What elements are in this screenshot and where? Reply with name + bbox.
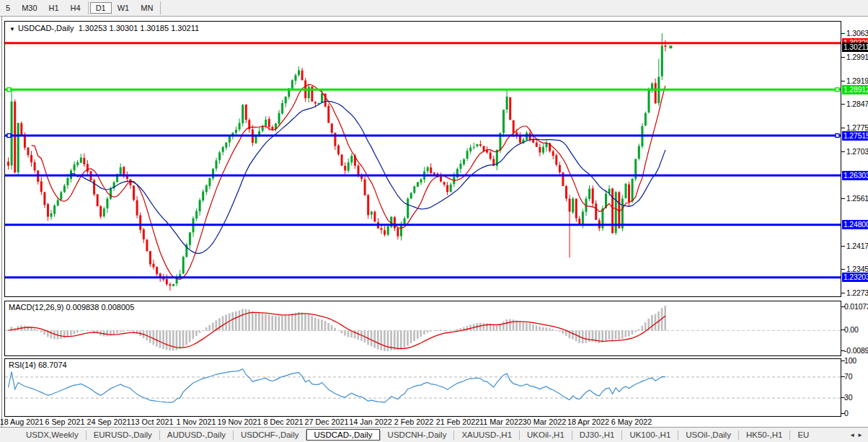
chart-tab-usoil-daily[interactable]: USOil-,Daily bbox=[678, 429, 738, 441]
last-price-marker-icon bbox=[669, 45, 672, 48]
macd-scale-label: -0.00896 bbox=[844, 346, 868, 355]
axis-highlight-label: 1.24800 bbox=[842, 220, 868, 229]
line-handle[interactable] bbox=[7, 134, 11, 138]
axis-tick bbox=[841, 361, 845, 361]
axis-highlight-label: 1.27515 bbox=[842, 131, 868, 141]
axis-tick bbox=[841, 198, 845, 199]
chart-tab-usdx-weekly[interactable]: USDX,Weekly bbox=[19, 429, 86, 441]
chart-symbol-label: USDCAD-,Daily bbox=[18, 24, 74, 32]
macd-label: MACD(12,26,9) 0.009838 0.008005 bbox=[9, 303, 134, 311]
axis-tick bbox=[841, 413, 845, 414]
rsi-scale-label: 30 bbox=[844, 393, 852, 402]
axis-tick bbox=[841, 269, 845, 270]
axis-tick bbox=[841, 81, 845, 81]
axis-highlight-label: 1.26303 bbox=[842, 171, 868, 180]
chart-tab-eurusd-daily[interactable]: EURUSD-,Daily bbox=[87, 429, 159, 441]
chart-tab-hk50-h1[interactable]: HK50-,H1 bbox=[739, 429, 790, 441]
axis-tick bbox=[841, 246, 845, 247]
timeframe-button-w1[interactable]: W1 bbox=[112, 2, 136, 14]
chart-tab-bar: USDX,WeeklyEURUSD-,DailyAUDUSD-,DailyUSD… bbox=[0, 427, 868, 442]
up-candle-bodies bbox=[11, 45, 663, 286]
timeframe-button-mn[interactable]: MN bbox=[135, 2, 159, 14]
date-axis-label: 21 Feb 2022 bbox=[436, 417, 480, 426]
axis-price-label: 1.29190 bbox=[846, 76, 868, 85]
up-candle-wicks bbox=[12, 33, 662, 286]
date-axis-label: 24 Sep 2021 bbox=[87, 417, 130, 426]
toolbar-separator bbox=[88, 1, 89, 14]
axis-highlight-label: 1.30211 bbox=[842, 43, 868, 52]
timeframe-button-d1[interactable]: D1 bbox=[90, 2, 112, 14]
chart-tab-usdcad-daily[interactable]: USDCAD-,Daily bbox=[306, 429, 379, 441]
timeframe-button-m30[interactable]: M30 bbox=[16, 2, 43, 14]
tab-scroll-controls: ◄► bbox=[849, 432, 868, 438]
timeframe-button-h1[interactable]: H1 bbox=[43, 2, 65, 14]
axis-tick bbox=[841, 57, 845, 58]
date-axis-label: 6 Sep 2021 bbox=[45, 417, 84, 426]
rsi-scale-label: 100 bbox=[844, 356, 856, 365]
date-axis-label: 1 Nov 2021 bbox=[176, 417, 216, 426]
down-candle-bodies bbox=[7, 45, 666, 286]
date-axis-label: 14 Jan 2022 bbox=[349, 417, 391, 426]
axis-tick bbox=[841, 376, 845, 377]
chart-tab-dj30-h1[interactable]: DJ30-,H1 bbox=[572, 429, 622, 441]
chart-tab-usdcnh-daily[interactable]: USDCNH-,Daily bbox=[381, 429, 454, 441]
chart-tab-eu[interactable]: EU bbox=[790, 429, 816, 441]
price-chart-pane[interactable]: ▼USDCAD-,Daily 1.30253 1.30301 1.30185 1… bbox=[4, 21, 841, 297]
macd-scale-label: 0.00 bbox=[844, 325, 859, 334]
rsi-line bbox=[9, 369, 665, 402]
chart-title: ▼USDCAD-,Daily 1.30253 1.30301 1.30185 1… bbox=[9, 24, 199, 32]
date-axis-label: 18 Aug 2021 bbox=[0, 417, 43, 426]
axis-price-label: 1.24170 bbox=[846, 242, 868, 250]
line-handle[interactable] bbox=[836, 88, 839, 92]
rsi-scale-label: 70 bbox=[844, 372, 852, 381]
timeframe-button-5[interactable]: 5 bbox=[0, 2, 16, 14]
rsi-indicator-pane[interactable]: RSI(14) 68.7074 bbox=[4, 358, 841, 417]
axis-price-label: 1.27030 bbox=[846, 147, 868, 156]
date-axis-label: 19 Nov 2021 bbox=[217, 417, 261, 426]
date-axis-label: 11 Mar 2022 bbox=[479, 417, 523, 426]
rsi-label: RSI(14) 68.7074 bbox=[9, 361, 67, 369]
rsi-chart[interactable] bbox=[5, 359, 841, 416]
macd-histogram bbox=[7, 306, 666, 351]
axis-price-label: 1.25610 bbox=[846, 194, 868, 203]
chart-dropdown-icon[interactable]: ▼ bbox=[9, 26, 15, 32]
date-axis-label: 2 Feb 2022 bbox=[394, 417, 434, 426]
axis-price-label: 1.29910 bbox=[846, 53, 868, 61]
moving-average-line-8[interactable] bbox=[32, 84, 665, 279]
axis-tick bbox=[841, 306, 845, 307]
date-axis-label: 30 Mar 2022 bbox=[523, 417, 567, 426]
axis-highlight-label: 1.28912 bbox=[842, 85, 868, 94]
candlestick-chart[interactable] bbox=[5, 22, 841, 296]
timeframe-button-h4[interactable]: H4 bbox=[65, 2, 87, 14]
timeframe-toolbar: 5M30H1H4D1W1MN bbox=[0, 0, 868, 17]
window-edge bbox=[1, 17, 2, 442]
chart-tab-usdchf-daily[interactable]: USDCHF-,Daily bbox=[234, 429, 306, 441]
chart-tab-uk100-h1[interactable]: UK100-,H1 bbox=[622, 429, 678, 441]
tab-scroll-left-icon[interactable]: ◄ bbox=[849, 432, 857, 438]
axis-tick bbox=[841, 33, 845, 34]
axis-tick bbox=[841, 104, 845, 105]
axis-tick bbox=[841, 293, 845, 293]
axis-tick bbox=[841, 128, 845, 128]
date-axis-label: 6 May 2022 bbox=[611, 417, 652, 426]
axis-tick bbox=[841, 350, 845, 351]
price-axis[interactable]: 1.306301.299101.291901.284701.277501.270… bbox=[841, 21, 868, 356]
date-axis-label: 27 Dec 2021 bbox=[304, 417, 348, 426]
axis-highlight-label: 1.23203 bbox=[842, 273, 868, 282]
chart-tab-xauusd-h1[interactable]: XAUUSD-,H1 bbox=[454, 429, 519, 441]
line-handle[interactable] bbox=[7, 88, 11, 92]
line-handle[interactable] bbox=[836, 134, 839, 138]
axis-tick bbox=[841, 397, 845, 398]
axis-price-label: 1.28470 bbox=[846, 100, 868, 108]
chart-tab-audusd-daily[interactable]: AUDUSD-,Daily bbox=[160, 429, 233, 441]
date-axis[interactable]: 18 Aug 20216 Sep 202124 Sep 202113 Oct 2… bbox=[4, 417, 841, 427]
tab-scroll-right-icon[interactable]: ► bbox=[857, 432, 865, 438]
axis-price-label: 1.22730 bbox=[846, 288, 868, 297]
date-axis-label: 13 Oct 2021 bbox=[131, 417, 174, 426]
chart-tab-ukoil-h1[interactable]: UKOil-,H1 bbox=[520, 429, 572, 441]
date-axis-label: 18 Apr 2022 bbox=[567, 417, 609, 426]
macd-indicator-pane[interactable]: MACD(12,26,9) 0.009838 0.008005 bbox=[4, 301, 841, 356]
toolbar-separator bbox=[160, 1, 161, 14]
axis-tick bbox=[841, 151, 845, 152]
chart-ohlc-values: 1.30253 1.30301 1.30185 1.30211 bbox=[79, 24, 199, 32]
